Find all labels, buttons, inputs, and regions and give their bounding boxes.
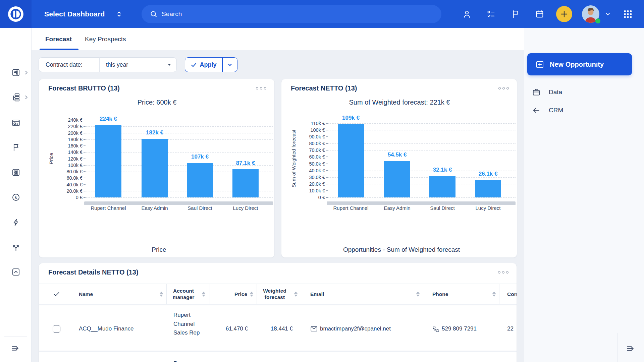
column-header-weighted-forecast[interactable]: Weighted forecast — [257, 284, 302, 304]
card-menu-button[interactable] — [256, 87, 266, 89]
y-tick-label: 20.0k € — [281, 181, 325, 187]
bar-value-label: 109k € — [331, 115, 371, 121]
cell-price — [210, 354, 257, 362]
flags-button[interactable] — [508, 0, 523, 28]
app-logo[interactable] — [0, 0, 32, 28]
tick-mark — [326, 157, 328, 157]
forecast-details-card: Forecast Details NETTO (13) NameAccount … — [39, 263, 517, 362]
active-tab-underline — [40, 49, 78, 50]
sidebar-item-goals[interactable] — [10, 142, 21, 153]
sort-arrows-icon[interactable] — [294, 292, 298, 297]
sidebar-item-dashboards[interactable] — [10, 67, 21, 78]
cell-name: ACQ__Mudo Finance — [74, 305, 167, 352]
tab-key-prospects[interactable]: Key Prospects — [85, 28, 126, 50]
lightning-icon — [11, 218, 20, 227]
quick-add-button[interactable] — [556, 6, 572, 22]
bar-value-label: 224k € — [88, 116, 128, 122]
apply-button-main[interactable]: Apply — [185, 58, 222, 72]
search-bar[interactable] — [142, 5, 441, 23]
cell-email-value[interactable]: bmactimpany2f@cpanel.net — [320, 325, 391, 332]
apps-menu-button[interactable] — [621, 0, 635, 28]
new-opportunity-button[interactable]: New Opportunity — [527, 53, 632, 75]
filter-value-dropdown[interactable]: this year — [100, 61, 168, 68]
chevron-right-icon[interactable] — [24, 95, 29, 100]
tab-forecast[interactable]: Forecast — [45, 28, 72, 50]
column-header-account-manager[interactable]: Account manager — [167, 284, 210, 304]
flag-icon — [511, 9, 520, 19]
apply-button[interactable]: Apply — [185, 57, 237, 72]
sidebar-item-reports[interactable] — [10, 167, 21, 178]
account-menu-toggle[interactable] — [601, 0, 614, 28]
panel-item-crm[interactable]: CRM — [532, 106, 563, 115]
avatar[interactable] — [582, 5, 599, 23]
sidebar-divider — [4, 337, 27, 337]
category-label: Easy Admin — [374, 205, 421, 212]
search-input[interactable] — [162, 10, 433, 18]
x-axis-title: Price — [39, 246, 279, 253]
unfold-icon[interactable] — [115, 10, 123, 18]
box-chevron-up-icon — [11, 267, 20, 277]
column-header-select[interactable] — [39, 284, 74, 304]
cell-email: bmactimpany2f@cpanel.net — [302, 305, 423, 352]
y-tick-label: 140k € — [39, 149, 83, 155]
y-tick-label: 10.0k € — [281, 188, 325, 194]
calendar-icon — [535, 9, 544, 19]
dashboard-selector[interactable]: Select Dashboard — [44, 0, 105, 28]
cell-contract — [499, 354, 517, 362]
tick-mark — [326, 136, 328, 137]
sidebar-item-import[interactable] — [10, 266, 21, 277]
tick-mark — [326, 150, 328, 150]
y-tick-label: 80.0k € — [281, 140, 325, 146]
cell-weighted-value: 18,441 € — [271, 325, 293, 332]
y-tick-label: 160k € — [39, 143, 83, 149]
column-header-label: Price — [234, 291, 247, 297]
column-header-email[interactable]: Email — [302, 284, 423, 304]
briefcase-icon — [532, 88, 541, 97]
sort-arrows-icon[interactable] — [160, 292, 163, 297]
chevron-right-icon[interactable] — [24, 70, 29, 75]
panel-item-data[interactable]: Data — [532, 88, 562, 97]
sort-arrows-icon[interactable] — [492, 292, 496, 297]
sort-arrows-icon[interactable] — [202, 292, 205, 297]
sidebar-item-routing[interactable] — [10, 242, 21, 253]
column-header-name[interactable]: Name — [74, 284, 167, 304]
tick-mark — [84, 178, 86, 178]
bar-rupert-channel — [338, 124, 364, 197]
sort-arrows-icon[interactable] — [416, 292, 420, 297]
sidebar-item-finance[interactable]: € — [10, 192, 21, 202]
cell-name — [74, 354, 167, 362]
arrow-left-icon — [532, 106, 541, 115]
sidebar-item-automation[interactable] — [10, 217, 21, 228]
tasks-button[interactable] — [484, 0, 498, 28]
apply-dropdown-toggle[interactable] — [223, 58, 237, 72]
sidebar-expand-button[interactable] — [10, 343, 20, 353]
card-menu-button[interactable] — [498, 87, 509, 89]
bar-lucy-direct — [232, 169, 259, 197]
bar-value-label: 107k € — [180, 154, 220, 160]
y-tick-label: 220k € — [39, 123, 83, 129]
tick-mark — [84, 133, 86, 133]
row-checkbox[interactable] — [53, 325, 60, 333]
column-header-contract-date[interactable]: Contract date — [499, 284, 517, 304]
column-header-label: Email — [310, 291, 324, 297]
cell-phone — [423, 354, 499, 362]
tick-mark — [326, 164, 328, 164]
column-header-phone[interactable]: Phone — [423, 284, 499, 304]
cell-name-value: ACQ__Mudo Finance — [79, 325, 133, 332]
y-tick-label: 90.0k € — [281, 134, 325, 140]
contacts-button[interactable] — [460, 0, 474, 28]
cell-weighted — [257, 354, 302, 362]
dropdown-caret-icon[interactable] — [168, 64, 171, 66]
sort-arrows-icon[interactable] — [250, 292, 253, 297]
panel-expand-button[interactable] — [626, 344, 636, 354]
column-header-label: Weighted forecast — [258, 288, 291, 300]
card-menu-button[interactable] — [498, 271, 508, 274]
sidebar-item-browser[interactable] — [10, 117, 21, 128]
column-header-price[interactable]: Price — [210, 284, 257, 304]
calendar-button[interactable] — [532, 0, 547, 28]
gridline — [86, 197, 273, 198]
sidebar-item-pipelines[interactable] — [10, 92, 21, 103]
cell-phone-value[interactable]: 529 809 7291 — [442, 325, 477, 332]
plus-icon — [560, 10, 569, 18]
column-header-label: Phone — [432, 291, 448, 297]
